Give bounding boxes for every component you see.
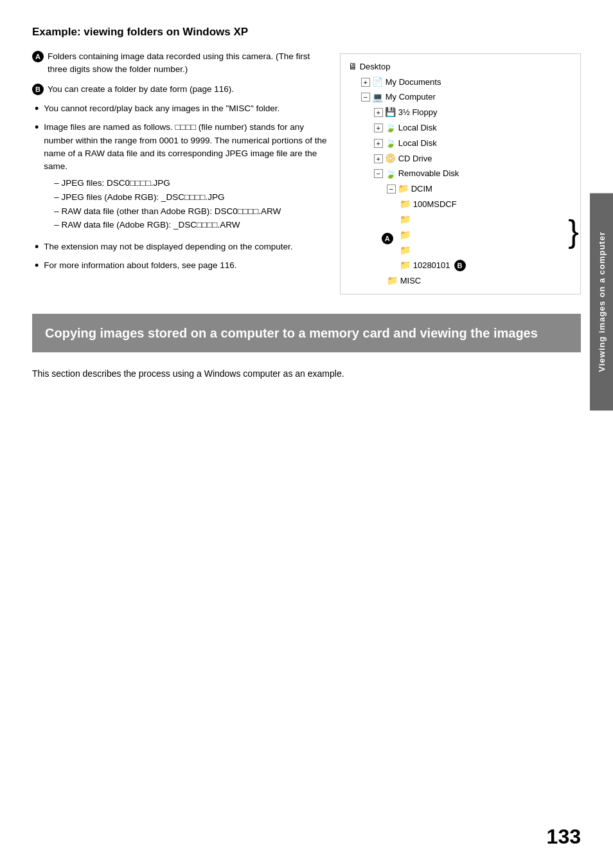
- bullet-item-a: A Folders containing image data recorded…: [32, 50, 327, 77]
- expand-localdisk2[interactable]: +: [374, 139, 383, 148]
- right-col: 🖥 Desktop + 📄 My Documents − 💻 My Comput…: [340, 50, 581, 294]
- annotation-a-marker: A: [382, 231, 393, 246]
- dot-4: •: [35, 259, 39, 273]
- dcim-icon: 📁: [398, 181, 409, 197]
- mydocs-icon: 📄: [372, 75, 383, 90]
- tree-item-mycomputer: − 💻 My Computer: [348, 90, 573, 105]
- expand-mydocs[interactable]: +: [361, 78, 370, 87]
- dot-item-4: • For more information about folders, se…: [32, 259, 327, 273]
- cddrive-label: CD Drive: [398, 152, 432, 166]
- desktop-label: Desktop: [360, 60, 391, 74]
- floppy-label: 3½ Floppy: [398, 105, 438, 120]
- misc-label: MISC: [400, 274, 422, 288]
- left-col: A Folders containing image data recorded…: [32, 50, 327, 294]
- dot-item-3: • The extension may not be displayed dep…: [32, 240, 327, 255]
- expand-floppy[interactable]: +: [374, 108, 383, 117]
- sub-item-3: – RAW data file (other than Adobe RGB): …: [54, 204, 326, 219]
- 100msdcf-icon: 📁: [400, 197, 411, 212]
- dot-item-1: • You cannot record/play back any images…: [32, 102, 327, 116]
- expand-mycomputer[interactable]: −: [361, 93, 370, 102]
- mycomputer-label: My Computer: [386, 90, 436, 104]
- top-section: A Folders containing image data recorded…: [32, 50, 581, 294]
- section-title: Example: viewing folders on Windows XP: [32, 26, 581, 39]
- 10280101-label: 10280101: [413, 258, 450, 273]
- dot-text-4: For more information about folders, see …: [44, 259, 236, 272]
- side-tab: Viewing images on a computer: [590, 193, 613, 410]
- dot-item-2: • Image files are named as follows. □□□□…: [32, 121, 327, 235]
- mydocs-label: My Documents: [386, 75, 441, 89]
- bullet-text-b: You can create a folder by date form (pa…: [48, 83, 234, 96]
- copy-section-banner: Copying images stored on a computer to a…: [32, 314, 581, 352]
- copy-section-description: This section describes the process using…: [32, 366, 581, 381]
- tree-item-10280101: 📁 10280101 B: [348, 258, 573, 273]
- dot-text-1: You cannot record/play back any images i…: [44, 102, 280, 115]
- cddrive-icon: 📀: [385, 151, 396, 167]
- tree-item-100msdcf: 📁 100MSDCF: [348, 197, 573, 212]
- localdisk2-icon: 🍃: [385, 136, 396, 151]
- tree-item-mydocs: + 📄 My Documents: [348, 75, 573, 90]
- circle-label-a: A: [32, 51, 44, 62]
- dcim-label: DCIM: [411, 182, 432, 196]
- page-container: Example: viewing folders on Windows XP A…: [0, 0, 613, 868]
- floppy-icon: 💾: [385, 105, 396, 120]
- sub-item-1: – JPEG files: DSC0□□□□.JPG: [54, 176, 326, 190]
- bullet-item-b: B You can create a folder by date form (…: [32, 83, 327, 96]
- 10280101-icon: 📁: [400, 258, 411, 273]
- tree-item-folder1: 📁: [400, 212, 573, 228]
- removable-icon: 🍃: [385, 167, 396, 182]
- expand-cddrive[interactable]: +: [374, 154, 383, 163]
- tree-item-cddrive: + 📀 CD Drive: [348, 151, 573, 167]
- brace-symbol: }: [568, 215, 579, 248]
- tree-item-removable: − 🍃 Removable Disk: [348, 167, 573, 182]
- folder2-icon: 📁: [400, 228, 411, 243]
- mycomputer-icon: 💻: [372, 90, 383, 105]
- sub-item-2: – JPEG files (Adobe RGB): _DSC□□□□.JPG: [54, 190, 326, 204]
- sub-item-4: – RAW data file (Adobe RGB): _DSC□□□□.AR…: [54, 218, 326, 232]
- folder-group: A } 📁 📁 📁: [348, 212, 573, 258]
- removable-label: Removable Disk: [398, 167, 459, 181]
- expand-removable[interactable]: −: [374, 169, 383, 178]
- 100msdcf-label: 100MSDCF: [413, 197, 457, 212]
- folder1-icon: 📁: [400, 212, 411, 228]
- expand-dcim[interactable]: −: [387, 185, 396, 194]
- page-number: 133: [547, 825, 581, 849]
- localdisk2-label: Local Disk: [398, 136, 437, 150]
- tree-item-floppy: + 💾 3½ Floppy: [348, 105, 573, 120]
- tree-item-localdisk1: + 🍃 Local Disk: [348, 120, 573, 136]
- tree-item-misc: 📁 MISC: [348, 273, 573, 289]
- circle-label-b: B: [32, 84, 44, 95]
- tree-item-localdisk2: + 🍃 Local Disk: [348, 136, 573, 151]
- circle-b: B: [454, 260, 466, 271]
- folder-tree: 🖥 Desktop + 📄 My Documents − 💻 My Comput…: [340, 53, 581, 294]
- desktop-icon: 🖥: [348, 59, 357, 75]
- localdisk1-icon: 🍃: [385, 120, 396, 136]
- localdisk1-label: Local Disk: [398, 121, 437, 135]
- sub-list: – JPEG files: DSC0□□□□.JPG – JPEG files …: [54, 176, 326, 231]
- circle-a: A: [382, 233, 393, 244]
- dot-text-2: Image files are named as follows. □□□□ (…: [44, 122, 326, 171]
- dot-1: •: [35, 102, 39, 116]
- dot-3: •: [35, 240, 39, 255]
- tree-item-folder2: 📁: [400, 228, 573, 243]
- folder3-icon: 📁: [400, 243, 411, 258]
- dot-2: •: [35, 121, 39, 135]
- bullet-text-a: Folders containing image data recorded u…: [48, 50, 327, 77]
- tree-item-folder3: 📁: [400, 243, 573, 258]
- expand-localdisk1[interactable]: +: [374, 123, 383, 132]
- dot-text-3: The extension may not be displayed depen…: [44, 240, 292, 253]
- tree-item-desktop: 🖥 Desktop: [348, 59, 573, 75]
- misc-icon: 📁: [387, 273, 398, 289]
- tree-item-dcim: − 📁 DCIM: [348, 181, 573, 197]
